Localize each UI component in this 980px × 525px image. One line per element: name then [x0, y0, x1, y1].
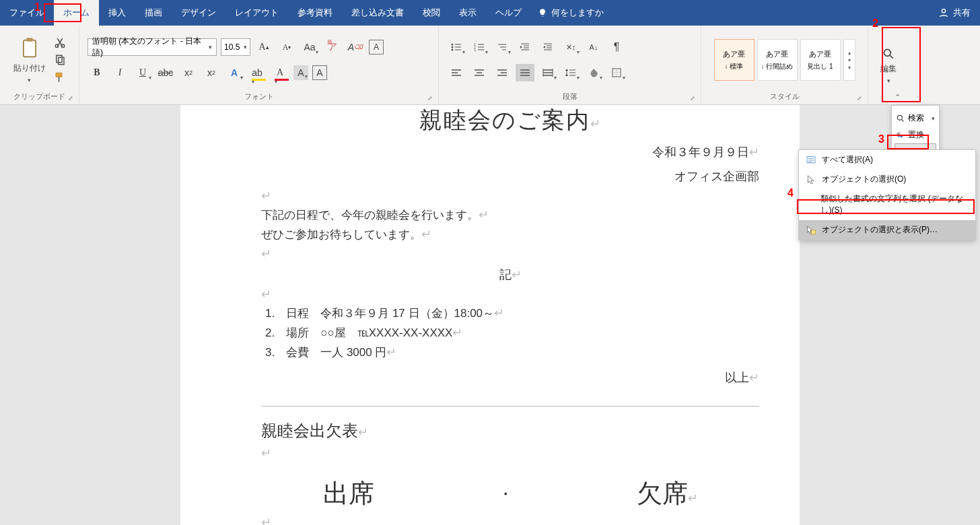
enclose-char-icon[interactable]: A [369, 40, 384, 55]
bullet-dot-icon: ・ [497, 483, 514, 505]
svg-point-7 [452, 44, 454, 46]
tab-view[interactable]: 表示 [450, 0, 486, 26]
doc-ijou: 以上 [725, 371, 749, 384]
styles-launcher[interactable]: ⤢ [857, 95, 862, 102]
doc-body-2: ぜひご参加お待ちしています。 [261, 228, 421, 241]
numbering-icon[interactable]: 123 [470, 38, 489, 56]
sort-icon[interactable]: A↓ [584, 38, 603, 56]
annotation-3: 3 [878, 133, 884, 145]
font-size-combo[interactable]: 10.5▾ [221, 38, 250, 56]
paragraph-launcher[interactable]: ⤢ [690, 95, 695, 102]
doc-title: 親睦会のご案内 [419, 107, 590, 133]
clear-format-icon[interactable]: A⌫ [346, 38, 365, 56]
decrease-indent-icon[interactable] [538, 38, 557, 56]
replace-icon: ab [896, 131, 905, 140]
annotation-1: 1 [34, 1, 40, 13]
char-shading-icon[interactable]: A [293, 65, 308, 80]
text-effects-icon[interactable]: A [225, 64, 244, 81]
highlight-icon[interactable]: ab [248, 64, 267, 81]
group-clipboard: 貼り付け ▾ クリップボード⤢ [0, 26, 79, 104]
svg-rect-2 [26, 38, 32, 42]
tell-me-label: 何をしますか [551, 7, 604, 19]
show-marks-icon[interactable]: ¶ [607, 38, 626, 56]
editing-button[interactable]: 編集 ▾ [880, 47, 897, 84]
replace-menu-item[interactable]: ab 置換 [895, 127, 936, 143]
align-right-icon[interactable] [493, 64, 512, 81]
justify-icon[interactable] [516, 64, 534, 81]
cut-icon[interactable] [54, 36, 66, 48]
align-center-icon[interactable] [470, 64, 489, 81]
bullets-icon[interactable] [447, 38, 466, 56]
asian-layout-icon[interactable]: ✕↕ [561, 38, 580, 56]
group-styles: あア亜↓ 標準 あア亜↓ 行間詰め あア亜見出し 1 ▴▾▾ スタイル⤢ [701, 26, 868, 104]
tab-file[interactable]: ファイル [0, 0, 54, 26]
tell-me-search[interactable]: 何をしますか [538, 7, 604, 19]
select-objects-item[interactable]: オブジェクトの選択(O) [799, 170, 975, 189]
collapse-ribbon-icon[interactable]: ⌃ [895, 93, 901, 102]
copy-icon[interactable] [54, 54, 66, 66]
grow-font-icon[interactable]: A▴ [254, 38, 273, 56]
svg-point-0 [942, 9, 945, 13]
doc-list-2: 2. 場所 ○○屋 ℡XXXX-XX-XXXX [265, 326, 452, 339]
paste-label: 貼り付け [13, 63, 46, 74]
subscript-button[interactable]: x2 [179, 64, 198, 81]
shrink-font-icon[interactable]: A▾ [277, 38, 296, 56]
clipboard-launcher[interactable]: ⤢ [68, 95, 73, 102]
group-label-clipboard: クリップボード⤢ [4, 92, 75, 103]
align-left-icon[interactable] [447, 64, 466, 81]
annotation-2: 2 [872, 18, 878, 30]
tab-mailings[interactable]: 差し込み文書 [342, 0, 413, 26]
tab-help[interactable]: ヘルプ [486, 0, 531, 26]
svg-point-15 [897, 115, 902, 120]
doc-date: 令和３年９月９日 [652, 145, 749, 159]
select-all-item[interactable]: すべて選択(A) [799, 150, 975, 170]
change-case-icon[interactable]: Aa [300, 38, 319, 56]
style-normal[interactable]: あア亜↓ 標準 [714, 39, 755, 81]
doc-dept: オフィス企画部 [674, 170, 759, 183]
styles-more-button[interactable]: ▴▾▾ [843, 39, 855, 81]
tab-home[interactable]: ホーム [54, 0, 99, 26]
font-launcher[interactable]: ⤢ [427, 95, 433, 102]
svg-text:ab: ab [897, 131, 901, 135]
shading-icon[interactable] [584, 64, 603, 81]
doc-divider [261, 406, 759, 407]
tab-insert[interactable]: 挿入 [99, 0, 135, 26]
line-spacing-icon[interactable] [561, 64, 580, 81]
char-border-icon[interactable]: A [312, 65, 327, 80]
tab-references[interactable]: 参考資料 [288, 0, 342, 26]
format-painter-icon[interactable] [54, 71, 66, 83]
selection-pane-item[interactable]: オブジェクトの選択と表示(P)… [799, 220, 975, 240]
multilevel-list-icon[interactable] [493, 38, 512, 56]
italic-button[interactable]: I [110, 64, 129, 81]
tab-review[interactable]: 校閲 [413, 0, 450, 26]
borders-icon[interactable] [607, 64, 626, 81]
svg-point-14 [884, 49, 890, 56]
underline-button[interactable]: U [133, 64, 152, 81]
selection-pane-icon [806, 225, 816, 236]
font-color-icon[interactable]: A [271, 64, 289, 81]
style-heading1[interactable]: あア亜見出し 1 [800, 39, 841, 81]
svg-rect-6 [58, 57, 63, 65]
svg-rect-1 [23, 40, 35, 57]
doc-body-1: 下記の日程で、今年の親睦会を行います。 [261, 209, 479, 221]
superscript-button[interactable]: x2 [202, 64, 221, 81]
distributed-icon[interactable] [538, 64, 557, 81]
phonetic-guide-icon[interactable]: ア亜 [323, 38, 342, 56]
find-menu-item[interactable]: 検索▾ [895, 110, 936, 127]
svg-point-8 [452, 46, 454, 48]
svg-point-9 [452, 49, 454, 51]
bold-button[interactable]: B [88, 64, 106, 81]
doc-attend: 出席 [323, 477, 374, 511]
document-page[interactable]: 親睦会のご案内↵ 令和３年９月９日↵ オフィス企画部 ↵ 下記の日程で、今年の親… [180, 105, 800, 525]
tab-design[interactable]: デザイン [172, 0, 225, 26]
tab-draw[interactable]: 描画 [135, 0, 172, 26]
search-icon [882, 47, 895, 61]
share-button[interactable]: 共有 [953, 7, 971, 19]
paste-button[interactable]: 貼り付け ▾ [13, 37, 46, 83]
style-no-spacing[interactable]: あア亜↓ 行間詰め [757, 39, 798, 81]
increase-indent-icon[interactable] [516, 38, 534, 56]
strikethrough-button[interactable]: abc [156, 64, 175, 81]
font-name-combo[interactable]: 游明朝 (本文のフォント - 日本語)▾ [88, 38, 217, 56]
tab-layout[interactable]: レイアウト [225, 0, 288, 26]
select-similar-item[interactable]: 類似した書式の文字列を選択 (データなし)(S) [799, 189, 975, 220]
